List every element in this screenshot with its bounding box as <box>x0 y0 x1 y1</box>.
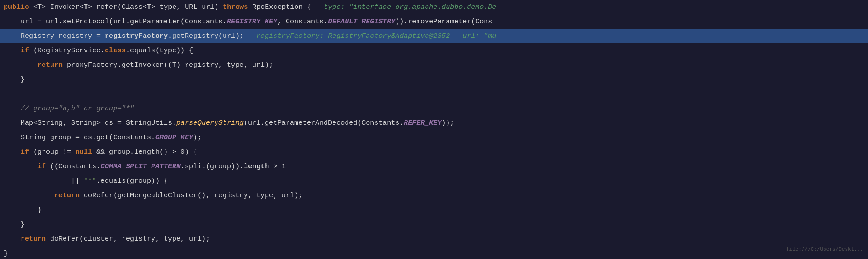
code-line-2: url = url.setProtocol(url.getParameter(C… <box>0 14 868 29</box>
code-line-1: public <T> Invoker<T> refer(Class<T> typ… <box>0 0 868 14</box>
code-line-4: if (RegistryService.class.equals(type)) … <box>0 43 868 58</box>
code-line-9: Map<String, String> qs = StringUtils.par… <box>0 116 868 130</box>
code-line-6: } <box>0 72 868 87</box>
code-line-12: if ((Constants.COMMA_SPLIT_PATTERN.split… <box>0 159 868 174</box>
code-line-15: } <box>0 203 868 217</box>
code-line-3: Registry registry = registryFactory.getR… <box>0 29 868 43</box>
code-line-13: || "*".equals(group)) { <box>0 174 868 188</box>
code-line-11: if (group != null && group.length() > 0)… <box>0 145 868 159</box>
watermark: file:///C:/Users/Deskt... <box>786 242 863 257</box>
code-line-7 <box>0 87 868 101</box>
code-line-10: String group = qs.get(Constants.GROUP_KE… <box>0 130 868 145</box>
code-line-16: } <box>0 217 868 232</box>
code-editor: public <T> Invoker<T> refer(Class<T> typ… <box>0 0 868 259</box>
code-line-18: } <box>0 246 868 259</box>
code-line-14: return doRefer(getMergeableCluster(), re… <box>0 188 868 203</box>
code-line-17: return doRefer(cluster, registry, type, … <box>0 232 868 246</box>
code-line-5: return proxyFactory.getInvoker((T) regis… <box>0 58 868 72</box>
code-line-8: // group="a,b" or group="*" <box>0 101 868 116</box>
